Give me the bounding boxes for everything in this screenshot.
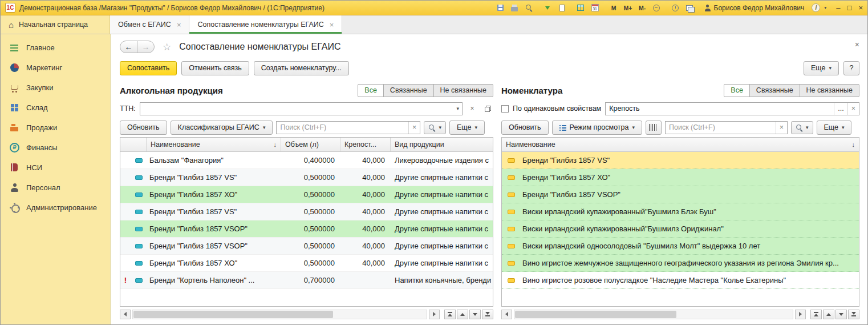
filter-button[interactable]: Связанные <box>749 84 800 97</box>
sidebar-item-warehouse[interactable]: Склад <box>1 98 110 118</box>
nomenclature-row[interactable]: Бренди "Гилбиз 1857 VS" <box>502 152 859 169</box>
page-down-button[interactable] <box>469 310 481 319</box>
tab-close-icon[interactable]: × <box>177 21 181 29</box>
ttn-combo[interactable]: ▾ <box>140 102 463 115</box>
filter-button[interactable]: Все <box>358 84 384 97</box>
sidebar-item-sales[interactable]: Продажи <box>1 118 110 138</box>
right-refresh-button[interactable]: Обновить <box>501 121 549 135</box>
product-row[interactable]: Бальзам "Фанагория" 0,400000 40,000 Лике… <box>120 152 493 169</box>
scroll-right-button[interactable] <box>795 310 806 319</box>
calendar-icon[interactable]: 31 <box>590 3 600 13</box>
search-clear-icon[interactable]: × <box>776 122 787 134</box>
page-up-button[interactable] <box>823 310 834 319</box>
chevron-down-icon[interactable]: ▾ <box>453 106 462 111</box>
sidebar-item-main[interactable]: Главное <box>1 38 110 58</box>
match-button[interactable]: Сопоставить <box>120 61 177 75</box>
form-close-icon[interactable]: × <box>855 40 859 49</box>
scroll-track[interactable] <box>514 310 793 319</box>
document-icon[interactable] <box>557 3 567 13</box>
property-input[interactable] <box>606 105 834 113</box>
product-row[interactable]: Бренди "Гилбиз 1857 ХО" 0,500000 40,000 … <box>120 186 493 203</box>
ttn-input[interactable] <box>140 105 454 113</box>
print-icon[interactable] <box>510 3 520 13</box>
ttn-clear-button[interactable]: × <box>467 102 478 115</box>
page-up-button[interactable] <box>457 310 468 319</box>
help-button[interactable]: ? <box>843 61 859 75</box>
product-row[interactable]: Бренди "Гилбиз 1857 VSOP" 0,500000 40,00… <box>120 238 493 255</box>
sidebar-item-personnel[interactable]: Персонал <box>1 178 110 198</box>
product-row[interactable]: Бренди "Гилбиз 1857 VS" 0,500000 40,000 … <box>120 203 493 220</box>
view-mode-button[interactable]: Режим просмотра▾ <box>552 121 642 135</box>
product-row[interactable]: ! Бренди "Кортель Наполеон" ... 0,700000… <box>120 272 493 289</box>
minus-circle-icon[interactable] <box>652 3 662 13</box>
save-icon[interactable] <box>496 3 505 13</box>
sidebar-item-purchases[interactable]: Закупки <box>1 78 110 98</box>
maximize-button[interactable]: □ <box>847 3 852 12</box>
scroll-thumb[interactable] <box>515 311 676 318</box>
nav-back-button[interactable]: ← <box>120 41 137 53</box>
sidebar-item-marketing[interactable]: Маркетинг <box>1 58 110 78</box>
scroll-thumb[interactable] <box>133 311 333 318</box>
property-field[interactable]: ... × <box>605 102 859 115</box>
scroll-left-button[interactable] <box>120 310 131 319</box>
tab-egais-mapping[interactable]: Сопоставление номенклатуры ЕГАИС × <box>189 15 342 34</box>
right-find-button[interactable]: ▾ <box>791 121 813 134</box>
filter-button[interactable]: Не связанные <box>800 84 859 97</box>
list-end-button[interactable] <box>482 310 493 319</box>
classifiers-button[interactable]: Классификаторы ЕГАИС▾ <box>171 121 273 135</box>
preview-icon[interactable] <box>524 3 534 13</box>
download-icon[interactable] <box>543 3 553 13</box>
nomenclature-row[interactable]: Бренди "Гилбиз 1857 ХО" <box>502 169 859 186</box>
right-search-input[interactable] <box>666 123 776 131</box>
header-volume[interactable]: Объем (л) <box>281 138 340 151</box>
nomenclature-row[interactable]: Виски ирландский односолодовый "Бушмилз … <box>502 238 859 255</box>
product-row[interactable]: Бренди "Гилбиз 1857 VSOP" 0,500000 40,00… <box>120 220 493 238</box>
list-begin-button[interactable] <box>810 310 822 319</box>
table-icon[interactable] <box>576 3 586 13</box>
info-icon[interactable]: i <box>812 3 820 12</box>
left-refresh-button[interactable]: Обновить <box>120 121 167 135</box>
sidebar-item-finance[interactable]: Финансы <box>1 138 110 158</box>
right-more-button[interactable]: Еще▾ <box>817 121 852 135</box>
tab-close-icon[interactable]: × <box>330 21 334 29</box>
nomenclature-row[interactable]: Бренди "Гилбиз 1857 VSOP" <box>502 186 859 203</box>
search-clear-icon[interactable]: × <box>408 122 420 134</box>
sidebar-item-nsi[interactable]: НСИ <box>1 158 110 178</box>
memory-m-button[interactable]: M <box>609 3 619 13</box>
sidebar-item-administration[interactable]: Администрирование <box>1 198 110 218</box>
nomenclature-row[interactable]: Виски ирландский купажированный"Бушмилз … <box>502 220 859 238</box>
nomenclature-row[interactable]: Виски ирландский купажированный"Бушмилз … <box>502 203 859 220</box>
scroll-right-button[interactable] <box>429 310 440 319</box>
more-button[interactable]: Еще▾ <box>804 61 839 75</box>
property-choose-button[interactable]: ... <box>834 103 847 115</box>
current-user[interactable]: Борисов Федор Михайлович <box>704 4 805 12</box>
left-find-button[interactable]: ▾ <box>424 121 446 134</box>
filter-button[interactable]: Связанные <box>383 84 434 97</box>
memory-plus-button[interactable]: M+ <box>623 3 633 13</box>
product-row[interactable]: Бренди "Гилбиз 1857 ХО" 0,500000 40,000 … <box>120 255 493 272</box>
memory-minus-button[interactable]: M- <box>638 3 647 13</box>
scroll-track[interactable] <box>132 310 427 319</box>
tab-home[interactable]: ⌂ Начальная страница <box>1 15 110 34</box>
nomenclature-row[interactable]: Вино игристое жемчужное защищенного геог… <box>502 255 859 272</box>
info-dropdown-icon[interactable]: ▾ <box>824 5 826 10</box>
property-clear-button[interactable]: × <box>847 103 859 115</box>
product-row[interactable]: Бренди "Гилбиз 1857 VS" 0,500000 40,000 … <box>120 169 493 186</box>
filter-button[interactable]: Все <box>724 84 750 97</box>
nomenclature-row[interactable]: Вино игристое розовое полусладкое "Насле… <box>502 272 859 289</box>
header-name[interactable]: Наименование↓ <box>502 138 859 151</box>
favorite-star-icon[interactable]: ☆ <box>163 41 171 53</box>
minimize-button[interactable]: – <box>836 3 840 12</box>
filter-button[interactable]: Не связанные <box>433 84 493 97</box>
scroll-left-button[interactable] <box>501 310 512 319</box>
close-window-button[interactable]: × <box>858 3 863 12</box>
create-nomenclature-button[interactable]: Создать номенклатуру... <box>254 61 349 75</box>
tab-egais-exchange[interactable]: Обмен с ЕГАИС × <box>110 15 189 34</box>
same-properties-checkbox[interactable] <box>501 105 509 113</box>
clock-icon[interactable] <box>671 3 680 13</box>
list-begin-button[interactable] <box>444 310 456 319</box>
page-down-button[interactable] <box>835 310 847 319</box>
nav-forward-button[interactable]: → <box>137 41 155 53</box>
list-end-button[interactable] <box>848 310 859 319</box>
header-name[interactable]: Наименование↓ <box>147 138 281 151</box>
